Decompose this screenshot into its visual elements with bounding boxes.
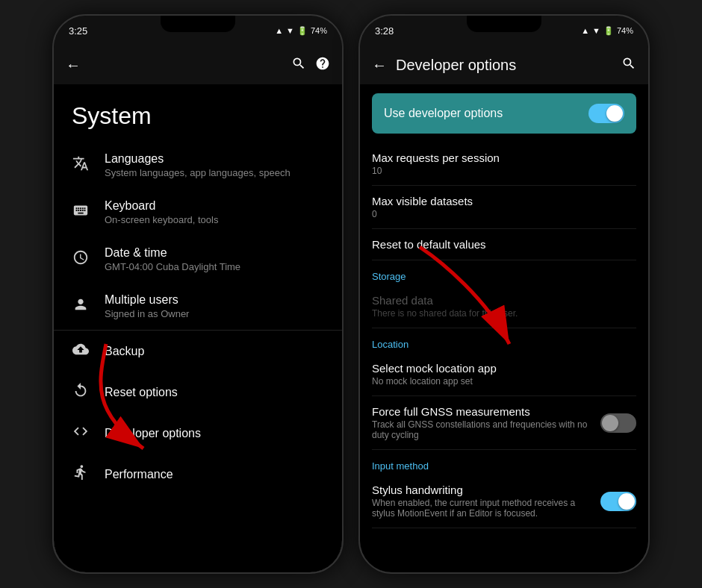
notch-2 <box>467 16 541 32</box>
datetime-sublabel: GMT-04:00 Cuba Daylight Time <box>105 261 324 272</box>
gnss-title: Force full GNSS measurements <box>372 405 591 418</box>
keyboard-sublabel: On-screen keyboard, tools <box>105 214 324 225</box>
reset-defaults-title: Reset to default values <box>372 238 636 251</box>
mock-location-title: Select mock location app <box>372 362 636 375</box>
users-text: Multiple users Signed in as Owner <box>105 293 324 319</box>
keyboard-label: Keyboard <box>105 199 324 213</box>
settings-item-developer[interactable]: Developer options <box>54 413 342 454</box>
phone-screen-2: 3:28 ▲ ▼ 🔋 74% ← Developer options Use d… <box>360 16 648 572</box>
storage-header: Storage <box>360 260 648 285</box>
dev-section-input: Stylus handwriting When enabled, the cur… <box>360 475 648 528</box>
back-button-2[interactable]: ← <box>372 57 387 74</box>
content-1: System Languages System languages, app l… <box>54 84 342 495</box>
phone-1: 3:25 ▲ ▼ 🔋 74% ← System <box>52 14 344 574</box>
notch-1 <box>161 16 235 32</box>
status-icons-2: ▲ ▼ 🔋 74% <box>581 26 633 36</box>
battery-icon: 🔋 <box>297 26 308 36</box>
max-datasets-subtitle: 0 <box>372 209 636 219</box>
stylus-subtitle: When enabled, the current input method r… <box>372 498 591 519</box>
keyboard-text: Keyboard On-screen keyboard, tools <box>105 199 324 225</box>
shared-data-subtitle: There is no shared data for this user. <box>372 308 636 319</box>
status-bar-1: 3:25 ▲ ▼ 🔋 74% <box>54 16 342 46</box>
signal-icon-2: ▲ <box>581 26 589 35</box>
content-2: Use developer options Max requests per s… <box>360 84 648 572</box>
settings-item-backup[interactable]: Backup <box>54 331 342 372</box>
gnss-toggle[interactable] <box>600 413 636 433</box>
settings-item-keyboard[interactable]: Keyboard On-screen keyboard, tools <box>54 189 342 236</box>
time-display-2: 3:28 <box>375 25 394 37</box>
languages-text: Languages System languages, app language… <box>105 152 324 178</box>
gnss-row: Force full GNSS measurements Track all G… <box>372 405 636 440</box>
stylus-row: Stylus handwriting When enabled, the cur… <box>372 484 636 519</box>
search-button-1[interactable] <box>291 56 306 75</box>
dev-item-max-requests[interactable]: Max requests per session 10 <box>372 143 636 186</box>
performance-label: Performance <box>105 468 324 481</box>
datetime-text: Date & time GMT-04:00 Cuba Daylight Time <box>105 246 324 272</box>
dev-item-reset-defaults[interactable]: Reset to default values <box>372 229 636 260</box>
performance-icon <box>72 464 90 484</box>
dev-section-location: Select mock location app No mock locatio… <box>360 353 648 450</box>
stylus-text: Stylus handwriting When enabled, the cur… <box>372 484 600 519</box>
stylus-title: Stylus handwriting <box>372 484 591 496</box>
backup-label: Backup <box>105 345 324 358</box>
developer-label: Developer options <box>105 427 324 440</box>
reset-icon <box>72 382 90 402</box>
dev-item-mock-location[interactable]: Select mock location app No mock locatio… <box>372 353 636 396</box>
languages-sublabel: System languages, app languages, speech <box>105 167 324 178</box>
settings-item-performance[interactable]: Performance <box>54 454 342 495</box>
use-dev-options-label: Use developer options <box>384 107 503 120</box>
reset-label: Reset options <box>105 386 324 399</box>
back-button-1[interactable]: ← <box>66 57 81 74</box>
dev-item-shared-data: Shared data There is no shared data for … <box>372 285 636 328</box>
settings-list-1: Languages System languages, app language… <box>54 142 342 495</box>
phone-2: 3:28 ▲ ▼ 🔋 74% ← Developer options Use d… <box>358 14 650 574</box>
users-sublabel: Signed in as Owner <box>105 308 324 319</box>
battery-percent-2: 74% <box>617 26 633 35</box>
use-dev-options-row[interactable]: Use developer options <box>372 93 636 134</box>
dev-item-max-datasets[interactable]: Max visible datasets 0 <box>372 186 636 229</box>
max-requests-title: Max requests per session <box>372 151 636 164</box>
time-display-1: 3:25 <box>69 25 87 37</box>
wifi-icon: ▼ <box>286 26 294 35</box>
settings-item-languages[interactable]: Languages System languages, app language… <box>54 142 342 189</box>
settings-item-datetime[interactable]: Date & time GMT-04:00 Cuba Daylight Time <box>54 236 342 283</box>
developer-text: Developer options <box>105 427 324 440</box>
datetime-label: Date & time <box>105 246 324 260</box>
page-title-1: System <box>54 84 342 142</box>
max-datasets-title: Max visible datasets <box>372 195 636 207</box>
battery-icon-2: 🔋 <box>603 26 614 36</box>
languages-label: Languages <box>105 152 324 166</box>
person-icon <box>72 296 90 316</box>
gnss-subtitle: Track all GNSS constellations and freque… <box>372 419 591 440</box>
backup-text: Backup <box>105 345 324 358</box>
languages-icon <box>72 155 90 175</box>
max-requests-subtitle: 10 <box>372 166 636 176</box>
settings-item-users[interactable]: Multiple users Signed in as Owner <box>54 283 342 331</box>
reset-text: Reset options <box>105 386 324 399</box>
input-method-header: Input method <box>360 450 648 475</box>
status-bar-2: 3:28 ▲ ▼ 🔋 74% <box>360 16 648 46</box>
code-icon <box>72 423 90 443</box>
keyboard-icon <box>72 202 90 222</box>
dev-item-gnss[interactable]: Force full GNSS measurements Track all G… <box>372 396 636 450</box>
wifi-icon-2: ▼ <box>592 26 600 35</box>
location-header: Location <box>360 328 648 353</box>
phone-screen-1: 3:25 ▲ ▼ 🔋 74% ← System <box>54 16 342 572</box>
gnss-text: Force full GNSS measurements Track all G… <box>372 405 600 440</box>
performance-text: Performance <box>105 468 324 481</box>
stylus-toggle[interactable] <box>600 492 636 511</box>
mock-location-subtitle: No mock location app set <box>372 376 636 387</box>
clock-icon <box>72 249 90 269</box>
toolbar-2: ← Developer options <box>360 46 648 84</box>
dev-item-stylus[interactable]: Stylus handwriting When enabled, the cur… <box>372 475 636 528</box>
settings-item-reset[interactable]: Reset options <box>54 372 342 413</box>
dev-section-storage: Shared data There is no shared data for … <box>360 285 648 328</box>
status-icons-1: ▲ ▼ 🔋 74% <box>275 26 327 36</box>
shared-data-title: Shared data <box>372 294 636 307</box>
help-button-1[interactable] <box>315 56 330 75</box>
battery-percent: 74% <box>311 26 327 35</box>
users-label: Multiple users <box>105 293 324 307</box>
search-button-2[interactable] <box>621 56 636 75</box>
toolbar-1: ← <box>54 46 342 84</box>
use-dev-options-toggle[interactable] <box>588 104 624 123</box>
